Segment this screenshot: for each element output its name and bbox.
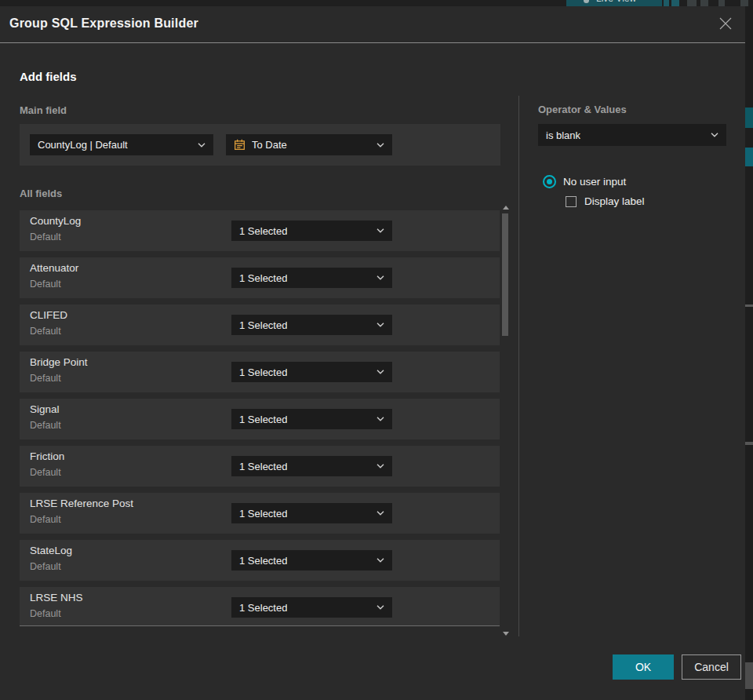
chevron-down-icon [376,370,384,374]
field-selection-dropdown[interactable]: 1 Selected [231,221,392,241]
field-selection-dropdown[interactable]: 1 Selected [231,362,392,382]
chevron-down-icon [376,605,384,610]
field-selection-value: 1 Selected [239,272,287,284]
main-field-container: CountyLog | Default To Date [20,124,500,166]
add-fields-heading: Add fields [20,70,77,83]
field-row: LRSE NHS Default 1 Selected [20,587,500,626]
group-sql-expression-builder-dialog: Group SQL Expression Builder Add fields … [0,6,745,700]
operator-values-heading: Operator & Values [538,104,627,115]
chevron-down-icon [711,133,718,137]
toolbar-fragment [740,0,748,6]
chevron-down-icon [376,323,384,327]
checkbox-unchecked-icon [566,196,577,207]
toolbar-fragment [700,0,708,6]
field-sublabel: Default [30,561,61,572]
cancel-button[interactable]: Cancel [682,654,741,680]
background-app-toolbar: Live View [0,0,753,6]
toolbar-fragment [664,0,669,6]
field-name: StateLog [30,545,72,556]
field-selection-value: 1 Selected [239,555,287,567]
field-selection-value: 1 Selected [239,602,287,614]
field-row: CLIFED Default 1 Selected [20,304,500,345]
background-app-panel [745,6,753,700]
field-sublabel: Default [30,326,61,337]
field-name: CLIFED [30,309,67,321]
field-selection-value: 1 Selected [239,414,287,425]
chevron-down-icon [198,143,206,148]
field-sublabel: Default [30,514,61,525]
field-name: Friction [30,450,64,462]
field-selection-value: 1 Selected [239,461,287,472]
toolbar-fragment [671,0,679,6]
chevron-down-icon [376,143,384,148]
field-row: LRSE Reference Post Default 1 Selected [20,493,500,534]
field-selection-value: 1 Selected [239,319,287,331]
field-row: StateLog Default 1 Selected [20,540,500,581]
operator-select[interactable]: is blank [538,124,726,146]
all-fields-list: CountyLog Default 1 Selected Attenuator … [20,210,500,626]
chevron-down-icon [376,558,384,563]
chevron-down-icon [376,464,384,468]
chevron-down-icon [376,511,384,516]
field-name: LRSE Reference Post [30,498,133,509]
field-sublabel: Default [30,373,61,384]
no-user-input-radio[interactable]: No user input [543,175,626,188]
no-user-input-label[interactable]: No user input [563,176,626,188]
chevron-down-icon [376,228,384,233]
main-field-select-value: CountyLog | Default [38,139,128,151]
field-selection-value: 1 Selected [239,366,287,378]
field-row: Signal Default 1 Selected [20,399,500,439]
scroll-down-arrow-icon[interactable] [503,632,509,636]
field-sublabel: Default [30,467,61,478]
background-fragment [745,662,753,689]
all-fields-label: All fields [20,188,62,199]
scroll-up-arrow-icon[interactable] [503,206,509,210]
list-scrollbar[interactable] [502,206,509,636]
background-fragment [745,148,753,166]
dialog-header: Group SQL Expression Builder [0,6,745,43]
live-view-dot-icon [584,0,589,3]
field-selection-dropdown[interactable]: 1 Selected [231,268,392,288]
field-selection-dropdown[interactable]: 1 Selected [231,409,392,429]
background-fragment [745,108,753,128]
dialog-title: Group SQL Expression Builder [9,16,198,31]
field-row: CountyLog Default 1 Selected [20,210,500,251]
ok-button[interactable]: OK [613,654,674,680]
display-label-text[interactable]: Display label [584,195,645,207]
field-row: Bridge Point Default 1 Selected [20,352,500,392]
scrollbar-thumb[interactable] [502,213,508,336]
field-name: CountyLog [30,215,81,227]
chevron-down-icon [376,275,384,280]
main-field-label: Main field [20,104,67,116]
toolbar-fragment [687,0,697,6]
field-selection-dropdown[interactable]: 1 Selected [231,597,392,618]
field-type-select[interactable]: To Date [226,134,392,155]
field-name: LRSE NHS [30,592,83,603]
field-sublabel: Default [30,279,61,290]
live-view-toggle[interactable]: Live View [566,0,662,6]
panel-divider [518,96,519,636]
background-fragment [745,304,753,307]
field-selection-dropdown[interactable]: 1 Selected [231,550,392,571]
close-icon [718,16,733,31]
field-name: Attenuator [30,262,78,274]
field-sublabel: Default [30,232,61,242]
field-selection-dropdown[interactable]: 1 Selected [231,315,392,335]
field-sublabel: Default [30,608,61,619]
screen: Live View Group SQL Expression Builder A… [0,0,753,700]
field-row: Attenuator Default 1 Selected [20,257,500,298]
main-field-select[interactable]: CountyLog | Default [30,134,213,155]
field-selection-value: 1 Selected [239,508,287,520]
operator-select-value: is blank [546,129,580,141]
calendar-date-icon [234,139,246,151]
field-row: Friction Default 1 Selected [20,446,500,487]
display-label-checkbox[interactable]: Display label [566,195,645,207]
close-button[interactable] [717,16,734,33]
radio-selected-icon [543,175,556,188]
field-selection-dropdown[interactable]: 1 Selected [231,503,392,523]
field-name: Signal [30,403,60,415]
field-selection-dropdown[interactable]: 1 Selected [231,456,392,476]
field-name: Bridge Point [30,356,88,368]
field-sublabel: Default [30,420,61,431]
field-type-select-value: To Date [252,139,287,151]
